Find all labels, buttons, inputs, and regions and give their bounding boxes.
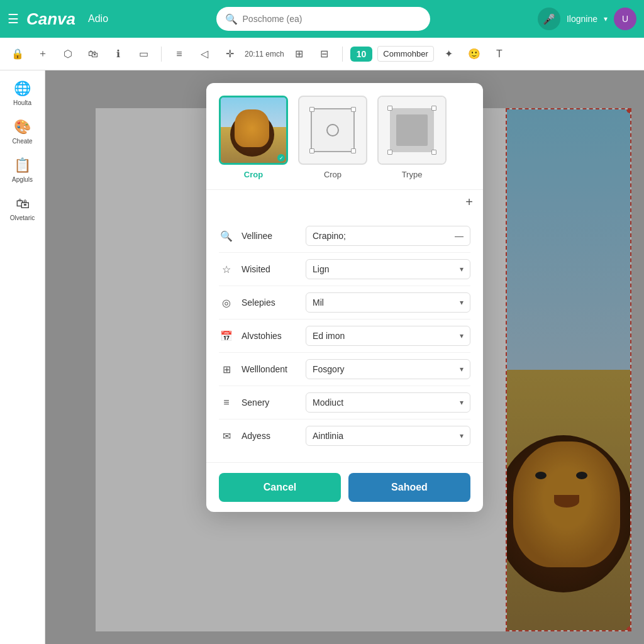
selected-indicator: ✓ (277, 154, 285, 162)
crop-square (311, 108, 355, 152)
search-field-icon: 🔍 (219, 230, 234, 242)
selepies-value: Mil (313, 297, 324, 308)
star-icon[interactable]: ✦ (439, 44, 459, 64)
text-icon[interactable]: T (489, 44, 509, 64)
chevron-down-icon-6: ▾ (460, 431, 464, 440)
sidebar-label-houlta: Houlta (13, 99, 31, 106)
image-option-crop-lion[interactable]: ✓ Crop (219, 96, 288, 179)
toolbar-divider-2 (342, 47, 343, 62)
senery-value: Modiuct (313, 397, 343, 408)
sidebar-label-apgluls: Apgluls (12, 176, 33, 183)
type-corner-tl (387, 106, 392, 111)
senery-label: Senery (242, 397, 298, 408)
info-icon[interactable]: ℹ (108, 44, 128, 64)
mic-button[interactable]: 🎤 (538, 8, 560, 30)
form-row-alvstohies: 📅 Alvstohies Ed imon ▾ (219, 319, 470, 353)
rect-icon[interactable]: ▭ (133, 44, 153, 64)
senery-select[interactable]: Modiuct ▾ (306, 392, 470, 413)
search-input-wrap[interactable]: — (306, 226, 470, 246)
selepies-label: Selepies (242, 297, 298, 308)
search-icon: 🔍 (225, 13, 238, 25)
font-size-badge[interactable]: 10 (350, 47, 373, 62)
toolbar-divider (161, 47, 162, 62)
lines-icon: ≡ (219, 397, 234, 408)
paint-icon: 🎨 (14, 119, 31, 135)
sidebar-item-cheate[interactable]: 🎨 Cheate (4, 114, 42, 150)
envelope-icon: ✉ (219, 430, 234, 442)
crop-lion-thumb: ✓ (219, 96, 288, 165)
search-input[interactable] (243, 14, 421, 24)
crop-corner-tr (351, 107, 356, 112)
bag-icon[interactable]: 🛍 (83, 44, 103, 64)
add-more-button[interactable]: + (206, 190, 483, 214)
shape-icon[interactable]: ⬡ (58, 44, 78, 64)
grid-icon[interactable]: ⊞ (289, 44, 309, 64)
trype-thumb (377, 96, 447, 165)
trype-label: Trype (402, 170, 423, 179)
chevron-down-icon: ▾ (460, 265, 464, 274)
cancel-button[interactable]: Cancel (219, 473, 341, 502)
type-corner-bl (387, 150, 392, 155)
confirm-button[interactable]: Sahoed (348, 473, 470, 502)
welllondent-label: Welllondent (242, 364, 298, 374)
doc-title[interactable]: Adio (88, 13, 108, 25)
dialog-footer: Cancel Sahoed (206, 462, 483, 512)
wisited-select[interactable]: Lign ▾ (306, 259, 470, 279)
search-bar[interactable]: 🔍 (216, 7, 430, 31)
selepies-select[interactable]: Mil ▾ (306, 292, 470, 313)
alvstohies-label: Alvstohies (242, 331, 298, 341)
crop-circle (326, 124, 339, 136)
sidebar-label-olvetaric: Olvetaric (10, 214, 35, 221)
form-row-welllondent: ⊞ Welllondent Fosgory ▾ (219, 353, 470, 386)
filter-icon[interactable]: — (455, 231, 464, 241)
main-area: 🌐 Houlta 🎨 Cheate 📋 Apgluls 🛍 Olvetaric (0, 70, 644, 644)
crop-lion-label: Crop (244, 170, 263, 179)
lock-icon[interactable]: 🔒 (8, 44, 28, 64)
clipboard-icon: 📋 (14, 157, 31, 174)
type-visual (379, 97, 445, 164)
thumb-head (235, 109, 269, 147)
avatar[interactable]: U (614, 8, 636, 30)
chevron-down-icon-5: ▾ (460, 398, 464, 407)
alvstohies-select[interactable]: Ed imon ▾ (306, 326, 470, 346)
sidebar-label-cheate: Cheate (12, 138, 32, 145)
hamburger-icon[interactable]: ☰ (8, 11, 19, 26)
welllondent-select[interactable]: Fosgory ▾ (306, 359, 470, 379)
crop-corner-br (351, 148, 356, 153)
star-field-icon: ☆ (219, 264, 234, 275)
canva-logo: Canva (26, 9, 75, 29)
alvstohies-value: Ed imon (313, 331, 345, 341)
font-name[interactable]: Commohber (377, 46, 434, 62)
adyess-select[interactable]: Aintlinia ▾ (306, 426, 470, 446)
emoji-icon[interactable]: 🙂 (464, 44, 484, 64)
table-icon[interactable]: ⊟ (314, 44, 335, 64)
dialog: ✓ Crop (206, 83, 483, 512)
form-row-selepies: ◎ Selepies Mil ▾ (219, 286, 470, 319)
type-corner-tr (431, 106, 436, 111)
image-options-row: ✓ Crop (206, 83, 483, 190)
crop-visual (299, 97, 366, 164)
mic-icon: 🎤 (543, 13, 555, 25)
type-corner-br (431, 150, 436, 155)
sidebar-item-apgluls[interactable]: 📋 Apgluls (4, 152, 42, 188)
image-option-trype[interactable]: Trype (377, 96, 447, 179)
toolbar: 🔒 ＋ ⬡ 🛍 ℹ ▭ ≡ ◁ ✛ 20:11 emch ⊞ ⊟ 10 Comm… (0, 38, 644, 70)
wisited-label: Wisited (242, 264, 298, 274)
back-icon[interactable]: ◁ (194, 44, 214, 64)
adyess-label: Adyess (242, 431, 298, 441)
adyess-value: Aintlinia (313, 431, 343, 441)
align-icon[interactable]: ≡ (169, 44, 189, 64)
chevron-down-icon: ▾ (604, 14, 608, 23)
user-name: Ilognine (567, 14, 597, 24)
search-field-label: Vellinee (242, 231, 298, 241)
sidebar-item-houlta[interactable]: 🌐 Houlta (4, 75, 42, 111)
form-row-wisited: ☆ Wisited Lign ▾ (219, 253, 470, 286)
vellinee-input[interactable] (313, 231, 450, 241)
move-icon[interactable]: ✛ (219, 44, 240, 64)
image-option-crop[interactable]: Crop (298, 96, 367, 179)
sidebar-item-olvetaric[interactable]: 🛍 Olvetaric (4, 191, 42, 226)
welllondent-value: Fosgory (313, 364, 345, 374)
crop-label: Crop (324, 170, 341, 179)
form-body: 🔍 Vellinee — ☆ Wisited Lign ▾ (206, 214, 483, 462)
add-icon[interactable]: ＋ (33, 44, 53, 64)
